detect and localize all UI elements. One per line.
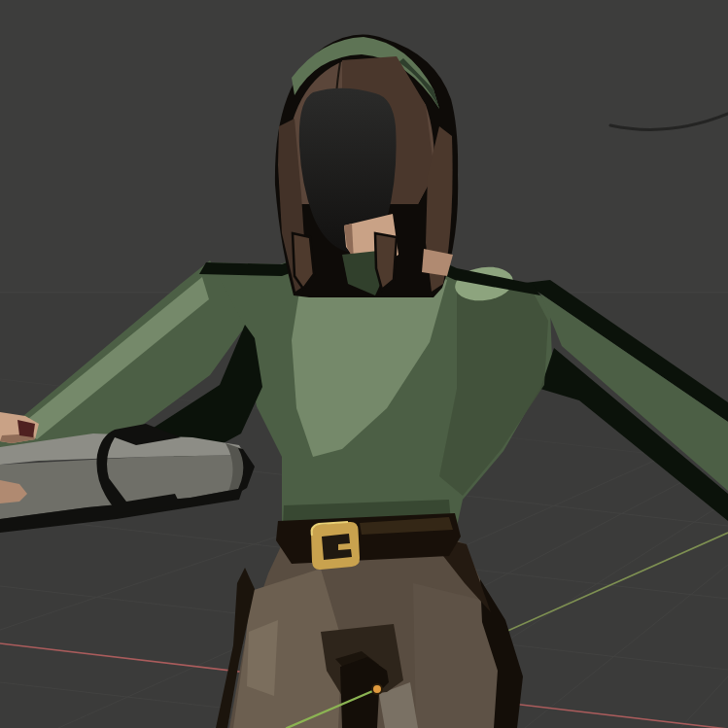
viewport-canvas[interactable] (0, 0, 728, 728)
viewport-3d[interactable] (0, 0, 728, 728)
head (275, 35, 458, 298)
origin-dot[interactable] (372, 684, 382, 694)
left-thigh-lighter (247, 620, 278, 696)
